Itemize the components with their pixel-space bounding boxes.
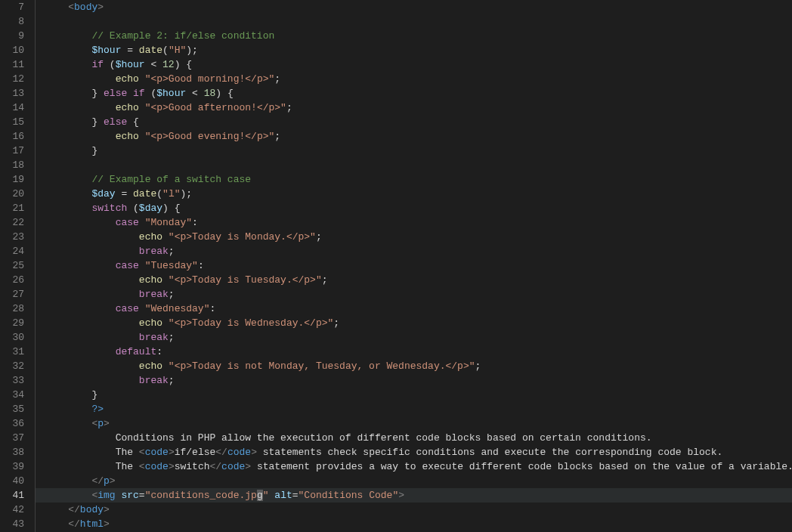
- code-line[interactable]: }: [36, 144, 792, 158]
- code-line[interactable]: echo "<p>Today is Monday.</p>";: [36, 230, 792, 244]
- token-comment: // Example of a switch case: [91, 174, 251, 185]
- line-number[interactable]: 38: [6, 445, 24, 459]
- line-number[interactable]: 43: [6, 517, 24, 531]
- code-line[interactable]: $day = date("l");: [36, 187, 792, 201]
- token-str: "Wednesday": [145, 303, 210, 314]
- code-line[interactable]: switch ($day) {: [36, 201, 792, 215]
- token-default: Conditions in PHP allow the execution of…: [116, 432, 652, 444]
- code-line[interactable]: } else if ($hour < 18) {: [36, 86, 792, 101]
- code-line[interactable]: </body>: [36, 503, 792, 517]
- code-line[interactable]: The <code>switch</code> statement provid…: [36, 459, 792, 474]
- token-tag: >: [169, 447, 175, 458]
- line-number[interactable]: 8: [6, 14, 24, 29]
- line-number[interactable]: 9: [6, 29, 24, 43]
- line-number[interactable]: 28: [6, 302, 24, 316]
- code-line[interactable]: </p>: [36, 474, 792, 488]
- line-number[interactable]: 19: [6, 172, 24, 187]
- token-phpclose: ?>: [91, 404, 104, 415]
- code-line[interactable]: <p>: [36, 416, 792, 431]
- token-default: if/else: [175, 447, 216, 458]
- line-number[interactable]: 30: [6, 330, 24, 345]
- line-number[interactable]: 42: [6, 503, 24, 517]
- token-punct: :: [209, 303, 215, 314]
- line-number[interactable]: 40: [6, 474, 24, 488]
- code-line[interactable]: [36, 14, 792, 29]
- code-line[interactable]: case "Wednesday":: [36, 302, 792, 316]
- token-tagname: code: [221, 461, 245, 472]
- code-line[interactable]: break;: [36, 373, 792, 388]
- token-punct: ;: [286, 102, 292, 113]
- code-area[interactable]: <body> // Example 2: if/else condition $…: [35, 0, 792, 532]
- line-number[interactable]: 26: [6, 273, 24, 287]
- code-line[interactable]: }: [36, 388, 792, 402]
- code-line[interactable]: <body>: [36, 0, 792, 14]
- line-number[interactable]: 36: [6, 416, 24, 431]
- token-punct: ;: [169, 375, 175, 386]
- token-var: $hour: [156, 88, 186, 99]
- line-number[interactable]: 33: [6, 373, 24, 388]
- code-line[interactable]: The <code>if/else</code> statements chec…: [36, 445, 792, 459]
- code-line[interactable]: echo "<p>Today is not Monday, Tuesday, o…: [36, 359, 792, 373]
- line-number[interactable]: 23: [6, 230, 24, 244]
- code-line[interactable]: } else {: [36, 115, 792, 129]
- code-line[interactable]: echo "<p>Good evening!</p>";: [36, 129, 792, 144]
- token-punct: ;: [169, 246, 175, 257]
- code-line[interactable]: case "Monday":: [36, 215, 792, 230]
- code-line[interactable]: ?>: [36, 402, 792, 416]
- code-line[interactable]: <img src="conditions_code.jpg" alt="Cond…: [36, 488, 792, 503]
- line-number[interactable]: 37: [6, 431, 24, 445]
- token-kw: break: [139, 246, 169, 257]
- code-line[interactable]: echo "<p>Today is Wednesday.</p>";: [36, 316, 792, 330]
- code-line[interactable]: if ($hour < 12) {: [36, 57, 792, 72]
- line-number[interactable]: 10: [6, 43, 24, 57]
- token-punct: );: [180, 188, 192, 200]
- token-tagname: code: [227, 447, 251, 458]
- code-line[interactable]: case "Tuesday":: [36, 258, 792, 273]
- line-number[interactable]: 17: [6, 144, 24, 158]
- token-str: "Monday": [145, 217, 192, 228]
- code-line[interactable]: default:: [36, 345, 792, 359]
- code-line[interactable]: echo "<p>Good afternoon!</p>";: [36, 101, 792, 115]
- line-number[interactable]: 15: [6, 115, 24, 129]
- token-str: "<p>Good afternoon!</p>": [145, 102, 286, 113]
- line-number[interactable]: 32: [6, 359, 24, 373]
- code-line[interactable]: [36, 158, 792, 172]
- code-line[interactable]: </html>: [36, 517, 792, 531]
- code-editor[interactable]: 7891011121314151617181920212223242526272…: [0, 0, 792, 532]
- line-number[interactable]: 18: [6, 158, 24, 172]
- token-op: [139, 102, 145, 113]
- token-kw: break: [139, 375, 169, 386]
- line-number[interactable]: 31: [6, 345, 24, 359]
- code-line[interactable]: Conditions in PHP allow the execution of…: [36, 431, 792, 445]
- line-number[interactable]: 27: [6, 287, 24, 302]
- token-func: echo: [116, 102, 139, 113]
- code-line[interactable]: // Example 2: if/else condition: [36, 29, 792, 43]
- token-tag: </: [68, 518, 80, 530]
- line-number[interactable]: 11: [6, 57, 24, 72]
- code-line[interactable]: $hour = date("H");: [36, 43, 792, 57]
- line-number[interactable]: 16: [6, 129, 24, 144]
- line-number[interactable]: 25: [6, 258, 24, 273]
- line-number[interactable]: 35: [6, 402, 24, 416]
- line-number[interactable]: 29: [6, 316, 24, 330]
- code-line[interactable]: break;: [36, 330, 792, 345]
- token-op: [139, 131, 145, 142]
- line-number[interactable]: 13: [6, 86, 24, 101]
- line-number[interactable]: 7: [6, 0, 24, 14]
- line-number[interactable]: 21: [6, 201, 24, 215]
- line-number[interactable]: 24: [6, 244, 24, 258]
- line-number[interactable]: 12: [6, 72, 24, 86]
- line-number[interactable]: 14: [6, 101, 24, 115]
- code-line[interactable]: // Example of a switch case: [36, 172, 792, 187]
- line-number-gutter[interactable]: 7891011121314151617181920212223242526272…: [0, 0, 35, 532]
- token-default: The: [116, 447, 139, 458]
- code-line[interactable]: echo "<p>Good morning!</p>";: [36, 72, 792, 86]
- line-number[interactable]: 20: [6, 187, 24, 201]
- code-line[interactable]: break;: [36, 287, 792, 302]
- line-number[interactable]: 39: [6, 459, 24, 474]
- line-number[interactable]: 34: [6, 388, 24, 402]
- line-number[interactable]: 22: [6, 215, 24, 230]
- code-line[interactable]: break;: [36, 244, 792, 258]
- line-number[interactable]: 41: [6, 488, 24, 503]
- code-line[interactable]: echo "<p>Today is Tuesday.</p>";: [36, 273, 792, 287]
